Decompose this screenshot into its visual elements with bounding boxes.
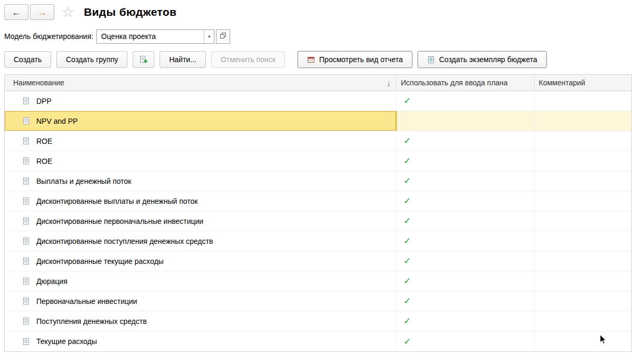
- row-check: ✓: [403, 337, 411, 346]
- budget-type-item-icon: [23, 217, 29, 225]
- forward-button[interactable]: →: [30, 4, 54, 20]
- table-row[interactable]: Выплаты и денежный поток ✓: [5, 171, 631, 191]
- use-for-plan-cell[interactable]: ✓: [397, 191, 535, 211]
- column-header-comment-label: Комментарий: [539, 78, 585, 87]
- table-row[interactable]: ROE ✓: [5, 131, 631, 151]
- name-cell[interactable]: ROE: [5, 151, 397, 171]
- favorite-star-icon[interactable]: ☆: [62, 5, 74, 19]
- use-for-plan-cell[interactable]: ✓: [397, 211, 535, 231]
- row-name: ROE: [36, 137, 52, 145]
- create-budget-instance-button[interactable]: Создать экземпляр бюджета: [418, 51, 547, 68]
- model-combobox[interactable]: Оценка проекта ▼: [96, 29, 214, 44]
- table-row[interactable]: ROE ✓: [5, 151, 631, 171]
- comment-cell[interactable]: [535, 311, 631, 331]
- table-row[interactable]: Текущие расходы ✓: [5, 331, 631, 351]
- column-header-comment[interactable]: Комментарий: [535, 75, 631, 91]
- comment-cell[interactable]: [535, 271, 631, 291]
- table-row[interactable]: Дисконтированные первоначальные инвестиц…: [5, 211, 631, 231]
- column-header-use-for-plan[interactable]: Использовать для ввода плана: [397, 75, 535, 91]
- row-check: ✓: [403, 257, 411, 265]
- comment-cell[interactable]: [535, 111, 631, 131]
- use-for-plan-cell[interactable]: ✓: [397, 331, 535, 351]
- comment-cell[interactable]: [535, 251, 631, 271]
- create-group-button[interactable]: Создать группу: [56, 51, 127, 68]
- table-body: DPP ✓ NPV and PP: [5, 91, 631, 351]
- table-row[interactable]: Первоначальные инвестиции ✓: [5, 291, 631, 311]
- comment-cell[interactable]: [535, 151, 631, 171]
- row-check: ✓: [403, 297, 411, 306]
- row-name: Дисконтированные первоначальные инвестиц…: [36, 217, 203, 225]
- budget-type-item-icon: [23, 317, 29, 325]
- back-button[interactable]: ←: [4, 4, 28, 20]
- name-cell[interactable]: ROE: [5, 131, 397, 151]
- budget-type-item-icon: [23, 157, 29, 165]
- create-budget-instance-button-label: Создать экземпляр бюджета: [439, 55, 537, 64]
- comment-cell[interactable]: [535, 171, 631, 191]
- comment-cell[interactable]: [535, 91, 631, 111]
- find-button[interactable]: Найти...: [160, 51, 206, 68]
- page-plus-icon: [139, 55, 148, 64]
- forward-arrow-icon: →: [37, 7, 47, 17]
- view-report-button-label: Просмотреть вид отчета: [319, 55, 403, 64]
- model-label: Модель бюджетирования:: [4, 32, 93, 41]
- table-row[interactable]: Дисконтированные поступления денежных ср…: [5, 231, 631, 251]
- chevron-down-icon[interactable]: ▼: [204, 30, 214, 43]
- row-check: ✓: [403, 277, 411, 286]
- budget-types-table: Наименование ↓ Использовать для ввода пл…: [4, 74, 632, 352]
- name-cell[interactable]: Первоначальные инвестиции: [5, 291, 397, 311]
- name-cell[interactable]: Текущие расходы: [5, 331, 397, 351]
- use-for-plan-cell[interactable]: ✓: [397, 171, 535, 191]
- model-value: Оценка проекта: [97, 30, 204, 43]
- name-cell[interactable]: DPP: [5, 91, 397, 111]
- use-for-plan-cell[interactable]: ✓: [397, 131, 535, 151]
- overlap-squares-icon: [220, 32, 226, 41]
- toolbar: Создать Создать группу Найти... Отменить…: [4, 51, 547, 68]
- report-icon: [307, 56, 315, 64]
- table-header: Наименование ↓ Использовать для ввода пл…: [5, 75, 631, 91]
- use-for-plan-cell[interactable]: [397, 111, 535, 131]
- row-name: NPV and PP: [36, 117, 78, 125]
- table-row[interactable]: Дисконтированные текущие расходы ✓: [5, 251, 631, 271]
- comment-cell[interactable]: [535, 191, 631, 211]
- name-cell[interactable]: Выплаты и денежный поток: [5, 171, 397, 191]
- column-header-use-for-plan-label: Использовать для ввода плана: [401, 78, 508, 87]
- choose-from-list-button[interactable]: [216, 29, 230, 44]
- use-for-plan-cell[interactable]: ✓: [397, 251, 535, 271]
- use-for-plan-cell[interactable]: ✓: [397, 311, 535, 331]
- use-for-plan-cell[interactable]: ✓: [397, 231, 535, 251]
- comment-cell[interactable]: [535, 211, 631, 231]
- row-name: Текущие расходы: [36, 337, 97, 346]
- name-cell[interactable]: Дюрация: [5, 271, 397, 291]
- column-header-name[interactable]: Наименование ↓: [5, 75, 397, 91]
- name-cell[interactable]: Дисконтированные поступления денежных ср…: [5, 231, 397, 251]
- use-for-plan-cell[interactable]: ✓: [397, 91, 535, 111]
- view-report-button[interactable]: Просмотреть вид отчета: [298, 51, 412, 68]
- model-selector-row: Модель бюджетирования: Оценка проекта ▼: [4, 29, 230, 44]
- cancel-search-button[interactable]: Отменить поиск: [211, 51, 285, 68]
- row-check: ✓: [403, 96, 411, 105]
- create-copy-button[interactable]: [133, 51, 154, 68]
- row-name: Поступления денежных средств: [36, 317, 147, 326]
- table-row[interactable]: Дисконтированные выплаты и денежный пото…: [5, 191, 631, 211]
- use-for-plan-cell[interactable]: ✓: [397, 271, 535, 291]
- table-row[interactable]: NPV and PP: [5, 111, 631, 131]
- name-cell[interactable]: Дисконтированные первоначальные инвестиц…: [5, 211, 397, 231]
- use-for-plan-cell[interactable]: ✓: [397, 291, 535, 311]
- cancel-search-button-label: Отменить поиск: [221, 55, 275, 64]
- comment-cell[interactable]: [535, 131, 631, 151]
- table-row[interactable]: Поступления денежных средств ✓: [5, 311, 631, 331]
- create-button-label: Создать: [14, 55, 42, 64]
- comment-cell[interactable]: [535, 291, 631, 311]
- name-cell[interactable]: Дисконтированные текущие расходы: [5, 251, 397, 271]
- use-for-plan-cell[interactable]: ✓: [397, 151, 535, 171]
- name-cell[interactable]: Поступления денежных средств: [5, 311, 397, 331]
- table-row[interactable]: DPP ✓: [5, 91, 631, 111]
- name-cell[interactable]: Дисконтированные выплаты и денежный пото…: [5, 191, 397, 211]
- row-name: Первоначальные инвестиции: [36, 297, 137, 306]
- create-button[interactable]: Создать: [4, 51, 51, 68]
- table-row[interactable]: Дюрация ✓: [5, 271, 631, 291]
- comment-cell[interactable]: [535, 331, 631, 351]
- comment-cell[interactable]: [535, 231, 631, 251]
- name-cell[interactable]: NPV and PP: [5, 111, 397, 131]
- budget-type-item-icon: [23, 297, 29, 305]
